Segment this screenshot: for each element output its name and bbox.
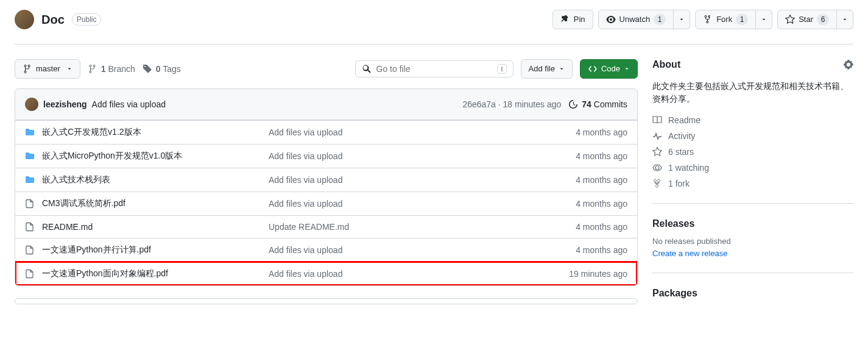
chevron-down-icon (624, 66, 630, 72)
file-commit-message[interactable]: Add files via upload (269, 151, 542, 161)
file-commit-message[interactable]: Update README.md (269, 222, 542, 232)
file-date: 4 months ago (542, 127, 627, 137)
commits-link[interactable]: 74 Commits (568, 99, 627, 109)
star-label: Star (799, 13, 813, 26)
pulse-icon (652, 131, 662, 141)
pin-button[interactable]: Pin (552, 10, 593, 29)
fork-count: 1 (736, 14, 748, 25)
file-row[interactable]: 嵌入式C开发规范v1.2版本Add files via upload4 mont… (15, 120, 637, 144)
folder-icon (25, 151, 35, 161)
file-commit-message[interactable]: Add files via upload (269, 199, 542, 209)
file-commit-message[interactable]: Add files via upload (269, 127, 542, 137)
add-file-button[interactable]: Add file (521, 59, 573, 79)
packages-title: Packages (652, 288, 853, 299)
search-hotkey: t (497, 64, 506, 74)
no-releases-text: No releases published (652, 237, 853, 246)
file-search-input[interactable] (376, 64, 493, 74)
file-commit-message[interactable]: Add files via upload (269, 175, 542, 185)
folder-icon (25, 127, 35, 137)
code-icon (588, 64, 598, 74)
file-date: 4 months ago (542, 245, 627, 255)
commit-author-avatar[interactable] (25, 98, 38, 111)
book-icon (652, 115, 662, 125)
chevron-down-icon (761, 16, 767, 23)
search-icon (362, 64, 372, 74)
chevron-down-icon (679, 16, 685, 23)
commit-sha[interactable]: 26e6a7a (462, 99, 496, 109)
create-release-link[interactable]: Create a new release (652, 249, 728, 258)
tags-link[interactable]: 0 Tags (143, 64, 181, 74)
files-table: 嵌入式C开发规范v1.2版本Add files via upload4 mont… (15, 120, 638, 286)
code-button[interactable]: Code (580, 59, 638, 79)
watching-link[interactable]: 1 watching (652, 163, 853, 173)
file-row[interactable]: 嵌入式MicroPython开发规范v1.0版本Add files via up… (15, 144, 637, 168)
branch-select-button[interactable]: master (15, 59, 80, 79)
file-name[interactable]: 一文速通Python并行计算.pdf (42, 245, 151, 256)
file-date: 4 months ago (542, 222, 627, 232)
file-name[interactable]: CM3调试系统简析.pdf (42, 198, 125, 209)
eye-icon (652, 163, 662, 173)
star-button[interactable]: Star 6 (777, 10, 837, 29)
file-row[interactable]: 一文速通Python面向对象编程.pdfAdd files via upload… (15, 262, 637, 285)
branch-name: master (36, 63, 60, 75)
file-commit-message[interactable]: Add files via upload (269, 245, 542, 255)
history-icon (568, 99, 578, 109)
file-name[interactable]: README.md (42, 222, 93, 232)
repo-name[interactable]: Doc (41, 13, 65, 27)
pin-label: Pin (574, 13, 585, 26)
fork-button[interactable]: Fork 1 (695, 10, 756, 29)
repo-header: Doc Public Pin Unwatch 1 (15, 0, 853, 45)
star-dropdown[interactable] (837, 10, 853, 29)
fork-icon (703, 15, 713, 24)
star-icon (652, 147, 662, 157)
file-icon (25, 199, 35, 209)
commit-time: 18 minutes ago (503, 99, 562, 109)
folder-icon (25, 175, 35, 185)
watch-dropdown[interactable] (674, 10, 690, 29)
tag-icon (143, 64, 152, 74)
visibility-badge: Public (72, 13, 102, 26)
latest-commit-bar: leezisheng Add files via upload 26e6a7a … (15, 88, 638, 120)
owner-avatar[interactable] (15, 10, 34, 29)
file-name[interactable]: 嵌入式C开发规范v1.2版本 (42, 127, 141, 138)
commit-message[interactable]: Add files via upload (92, 99, 166, 109)
file-row[interactable]: 嵌入式技术栈列表Add files via upload4 months ago (15, 168, 637, 191)
eye-icon (606, 15, 616, 24)
readme-panel-top (15, 298, 638, 304)
fork-label: Fork (716, 13, 732, 26)
branches-link[interactable]: 1 Branch (88, 64, 135, 74)
file-row[interactable]: README.mdUpdate README.md4 months ago (15, 215, 637, 238)
about-description: 此文件夹主要包括嵌入式开发规范和相关技术书籍、资料分享。 (652, 80, 853, 106)
file-icon (25, 245, 35, 255)
file-date: 4 months ago (542, 199, 627, 209)
file-name[interactable]: 嵌入式MicroPython开发规范v1.0版本 (42, 151, 182, 162)
file-row[interactable]: CM3调试系统简析.pdfAdd files via upload4 month… (15, 191, 637, 215)
file-date: 4 months ago (542, 175, 627, 185)
file-name[interactable]: 嵌入式技术栈列表 (42, 174, 110, 185)
fork-icon (652, 179, 662, 188)
watch-button[interactable]: Unwatch 1 (598, 10, 674, 29)
readme-link[interactable]: Readme (652, 115, 853, 125)
chevron-down-icon (842, 16, 848, 23)
file-row[interactable]: 一文速通Python并行计算.pdfAdd files via upload4 … (15, 238, 637, 262)
file-commit-message[interactable]: Add files via upload (269, 269, 542, 279)
star-icon (785, 15, 795, 24)
branch-icon (23, 64, 32, 74)
file-date: 4 months ago (542, 151, 627, 161)
pin-icon (560, 15, 570, 24)
watch-count: 1 (654, 14, 666, 25)
chevron-down-icon (559, 66, 565, 72)
watch-label: Unwatch (619, 13, 651, 26)
branch-icon (88, 64, 97, 74)
file-date: 19 minutes ago (542, 269, 627, 279)
activity-link[interactable]: Activity (652, 131, 853, 141)
file-name[interactable]: 一文速通Python面向对象编程.pdf (42, 268, 168, 279)
forks-link[interactable]: 1 fork (652, 179, 853, 188)
file-search[interactable]: t (355, 60, 513, 77)
fork-dropdown[interactable] (756, 10, 772, 29)
edit-about-button[interactable] (844, 60, 853, 70)
releases-title: Releases (652, 218, 853, 229)
commit-author[interactable]: leezisheng (43, 99, 87, 109)
about-title: About (652, 59, 680, 70)
stars-link[interactable]: 6 stars (652, 147, 853, 157)
